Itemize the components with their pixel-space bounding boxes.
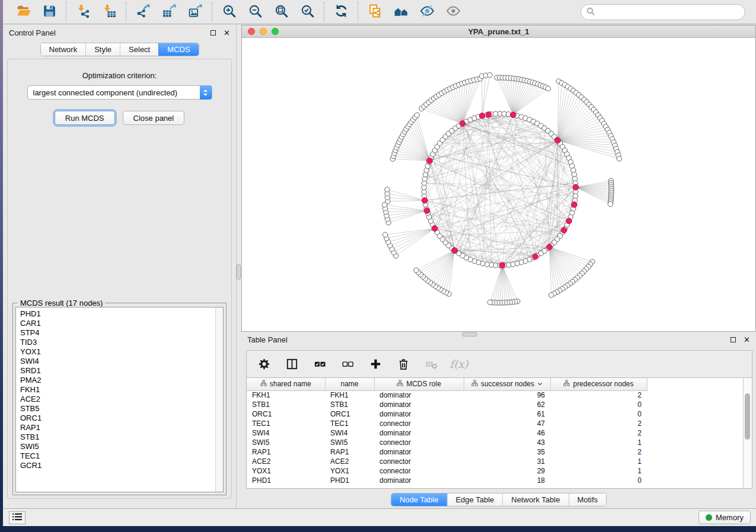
table-tab-motifs[interactable]: Motifs bbox=[568, 493, 606, 506]
graph-node-mcds[interactable] bbox=[479, 113, 485, 119]
open-file-button[interactable] bbox=[15, 4, 31, 20]
mcds-result-item[interactable]: CAR1 bbox=[20, 319, 211, 328]
tab-style[interactable]: Style bbox=[85, 43, 120, 56]
graph-node[interactable] bbox=[385, 187, 390, 192]
save-session-button[interactable] bbox=[41, 4, 58, 20]
table-row[interactable]: STB1STB1dominator620 bbox=[247, 400, 647, 409]
column-header-mcds-role[interactable]: MCDS role bbox=[374, 378, 464, 390]
table-row[interactable]: ORC1ORC1dominator610 bbox=[247, 409, 647, 419]
table-tab-node-table[interactable]: Node Table bbox=[391, 493, 447, 506]
mcds-result-item[interactable]: STB1 bbox=[20, 432, 211, 442]
mcds-result-item[interactable]: GCR1 bbox=[20, 461, 211, 470]
export-table-button[interactable] bbox=[161, 4, 177, 20]
graph-node-mcds[interactable] bbox=[499, 262, 505, 268]
column-header-name[interactable]: name bbox=[325, 378, 374, 390]
graph-node[interactable] bbox=[549, 293, 554, 297]
graph-node[interactable] bbox=[617, 156, 621, 161]
zoom-fit-button[interactable] bbox=[273, 4, 289, 20]
graph-node[interactable] bbox=[487, 300, 492, 305]
table-tab-network-table[interactable]: Network Table bbox=[502, 493, 568, 506]
mcds-result-item[interactable]: RAP1 bbox=[20, 423, 211, 432]
mcds-result-item[interactable]: SWI4 bbox=[20, 357, 211, 366]
graph-node[interactable] bbox=[608, 201, 613, 206]
add-column-icon[interactable] bbox=[368, 357, 383, 372]
network-window-titlebar[interactable]: YPA_prune.txt_1 bbox=[241, 25, 756, 38]
task-history-button[interactable] bbox=[9, 511, 25, 524]
run-mcds-button[interactable]: Run MCDS bbox=[55, 111, 115, 125]
close-panel-icon[interactable]: ✕ bbox=[224, 29, 230, 37]
zoom-out-button[interactable] bbox=[247, 4, 263, 20]
float-panel-icon[interactable] bbox=[210, 30, 216, 36]
table-row[interactable]: SWI4SWI4dominator462 bbox=[247, 428, 647, 438]
mcds-result-item[interactable]: STP4 bbox=[20, 328, 211, 338]
table-row[interactable]: YOX1YOX1connector291 bbox=[247, 466, 647, 476]
graph-node-mcds[interactable] bbox=[422, 198, 428, 204]
graph-node[interactable] bbox=[493, 111, 498, 116]
duplicate-network-button[interactable] bbox=[366, 4, 383, 20]
graph-node-mcds[interactable] bbox=[547, 244, 553, 250]
table-scrollbar-thumb[interactable] bbox=[745, 393, 750, 440]
table-row[interactable]: TEC1TEC1connector472 bbox=[247, 419, 647, 428]
tab-mcds[interactable]: MCDS bbox=[158, 43, 198, 56]
graph-node-mcds[interactable] bbox=[573, 184, 579, 190]
graph-node-mcds[interactable] bbox=[572, 202, 578, 208]
graph-node[interactable] bbox=[546, 86, 550, 91]
table-row[interactable]: SWI5SWI5connector431 bbox=[247, 438, 647, 447]
column-header-shared-name[interactable]: shared name bbox=[247, 378, 325, 390]
import-table-button[interactable] bbox=[101, 4, 117, 20]
graph-node-mcds[interactable] bbox=[555, 137, 561, 143]
session-home-button[interactable] bbox=[393, 4, 409, 20]
export-image-button[interactable] bbox=[187, 4, 203, 20]
table-row[interactable]: PHD1PHD1dominator180 bbox=[247, 476, 647, 485]
horizontal-splitter-grip[interactable] bbox=[462, 332, 477, 336]
vertical-splitter[interactable] bbox=[237, 25, 241, 508]
graph-node-mcds[interactable] bbox=[460, 121, 465, 127]
gear-icon[interactable] bbox=[256, 357, 272, 372]
unselect-all-icon[interactable] bbox=[340, 357, 355, 372]
mcds-result-item[interactable]: SRD1 bbox=[20, 366, 211, 376]
tab-select[interactable]: Select bbox=[120, 43, 158, 56]
table-tab-edge-table[interactable]: Edge Table bbox=[446, 493, 502, 506]
mcds-result-item[interactable]: TEC1 bbox=[20, 451, 211, 461]
zoom-selected-button[interactable] bbox=[299, 4, 315, 20]
close-panel-button[interactable]: Close panel bbox=[123, 111, 185, 125]
network-canvas[interactable] bbox=[241, 38, 756, 332]
graph-node-mcds[interactable] bbox=[511, 112, 516, 118]
delete-column-icon[interactable] bbox=[395, 357, 411, 372]
graph-node-mcds[interactable] bbox=[532, 254, 538, 259]
column-header-predecessor-nodes[interactable]: predecessor nodes bbox=[550, 378, 647, 390]
mcds-result-item[interactable]: ACE2 bbox=[20, 395, 211, 404]
mcds-result-item[interactable]: TID3 bbox=[20, 338, 211, 347]
table-row[interactable]: ACE2ACE2connector311 bbox=[247, 457, 647, 466]
refresh-button[interactable] bbox=[333, 4, 349, 20]
mcds-result-item[interactable]: PMA2 bbox=[20, 376, 211, 385]
memory-button[interactable]: Memory bbox=[698, 511, 751, 524]
graph-node-mcds[interactable] bbox=[452, 248, 458, 254]
select-all-icon[interactable] bbox=[312, 357, 327, 372]
hide-panels-button[interactable] bbox=[419, 4, 435, 20]
search-input[interactable] bbox=[598, 7, 745, 18]
tab-network[interactable]: Network bbox=[40, 43, 85, 56]
graph-node-mcds[interactable] bbox=[561, 227, 567, 233]
graph-node[interactable] bbox=[414, 268, 419, 273]
zoom-in-button[interactable] bbox=[221, 4, 237, 20]
mcds-result-item[interactable]: YOX1 bbox=[20, 347, 211, 357]
table-close-panel-icon[interactable]: ✕ bbox=[744, 336, 750, 344]
mcds-result-item[interactable]: FKH1 bbox=[20, 385, 211, 395]
graph-node-mcds[interactable] bbox=[566, 218, 572, 224]
graph-node-mcds[interactable] bbox=[432, 226, 438, 232]
mcds-result-item[interactable]: STB5 bbox=[20, 404, 211, 414]
table-row[interactable]: RAP1RAP1dominator352 bbox=[247, 447, 647, 457]
table-float-panel-icon[interactable] bbox=[731, 337, 736, 342]
show-panels-button[interactable] bbox=[445, 4, 461, 20]
function-builder-icon[interactable]: f(x) bbox=[451, 357, 467, 372]
graph-node[interactable] bbox=[382, 232, 387, 237]
graph-node-mcds[interactable] bbox=[427, 158, 433, 164]
mcds-result-item[interactable]: ORC1 bbox=[20, 414, 211, 423]
mcds-result-item[interactable]: PHD1 bbox=[20, 309, 211, 319]
criterion-select[interactable]: largest connected component (undirected) bbox=[27, 85, 212, 100]
network-graph[interactable] bbox=[242, 38, 755, 330]
split-columns-icon[interactable] bbox=[284, 357, 299, 372]
graph-node-mcds[interactable] bbox=[424, 208, 430, 214]
mcds-result-item[interactable]: SWI5 bbox=[20, 442, 211, 451]
